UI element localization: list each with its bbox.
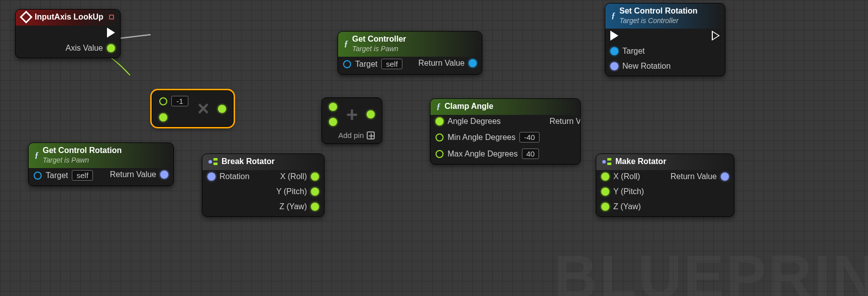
node-header[interactable]: ƒ Get Controller Target is Pawn [338,32,482,57]
function-icon: ƒ [344,39,348,48]
pin-label: Rotation [220,172,250,181]
function-icon: ƒ [611,11,615,20]
multiply-icon: × [197,97,209,120]
blueprint-watermark: BLUEPRIN [554,242,868,296]
pin-label: Target [622,47,644,56]
pin-x-roll[interactable]: X (Roll) [601,172,644,181]
node-get-control-rotation[interactable]: ƒ Get Control Rotation Target is Pawn Ta… [28,142,174,186]
node-title: Make Rotator [615,157,666,166]
pin-angle-degrees[interactable]: Angle Degrees [436,117,539,126]
node-title: Get Controller [352,35,406,43]
pin-label: Angle Degrees [448,117,501,126]
pin-axis-value[interactable]: Axis Value [66,44,115,53]
exec-out-pin[interactable] [107,28,115,38]
node-header[interactable]: ƒ Clamp Angle [430,99,580,115]
node-make-rotator[interactable]: Make Rotator X (Roll) Y (Pitch) Z (Yaw) … [596,154,734,217]
min-angle-input[interactable]: -40 [519,132,539,142]
add-pin-button[interactable]: Add pin [338,131,375,139]
plus-icon [367,131,375,139]
node-subtitle: Target is Pawn [352,45,406,53]
pin-target[interactable]: Target [610,47,671,56]
pin-multiply-out[interactable] [218,105,226,113]
target-self-input[interactable]: self [72,170,92,181]
pin-label: Return Value [671,172,717,181]
max-angle-input[interactable]: 40 [522,149,539,159]
exec-out-pin[interactable] [712,31,720,41]
pin-new-rotation[interactable]: New Rotation [610,62,671,71]
pin-label: Z (Yaw) [613,202,641,211]
pin-label: Max Angle Degrees [448,150,518,159]
pin-z-yaw[interactable]: Z (Yaw) [601,202,644,211]
event-icon [20,11,32,23]
pin-rotation[interactable]: Rotation [207,172,250,181]
pin-label: New Rotation [622,62,671,71]
pin-label: Return Value [418,59,465,68]
node-subtitle: Target is Controller [619,17,698,25]
node-header[interactable]: ƒ Set Control Rotation Target is Control… [605,4,725,29]
node-title: Get Control Rotation [43,146,122,155]
node-title: InputAxis LookUp [35,13,103,22]
node-inputaxis-lookup[interactable]: InputAxis LookUp Axis Value [15,9,121,58]
pin-z-yaw[interactable]: Z (Yaw) [279,202,319,211]
pin-label: Min Angle Degrees [448,133,515,142]
pin-label: Z (Yaw) [279,202,307,211]
pin-label: Return Value [550,117,581,126]
node-add[interactable]: + Add pin [321,97,382,144]
pin-label: Y (Pitch) [276,187,307,196]
add-pin-label: Add pin [338,131,364,139]
pin-target[interactable]: Targetself [34,170,93,181]
exec-in-pin[interactable] [610,31,671,41]
node-header[interactable]: Make Rotator [596,154,734,170]
multiply-value-input[interactable]: -1 [171,96,188,106]
node-get-controller[interactable]: ƒ Get Controller Target is Pawn Targetse… [338,31,482,75]
pin-x-roll[interactable]: X (Roll) [280,172,319,181]
target-self-input[interactable]: self [381,59,402,69]
pin-y-pitch[interactable]: Y (Pitch) [601,187,644,196]
pin-return-value[interactable]: Return Value [110,170,168,179]
pin-label: X (Roll) [613,172,640,181]
pin-label: X (Roll) [280,172,307,181]
pin-y-pitch[interactable]: Y (Pitch) [276,187,319,196]
pin-label: Return Value [110,170,156,179]
pin-target[interactable]: Targetself [343,59,402,69]
make-struct-icon [602,158,611,165]
add-icon: + [346,103,358,126]
node-break-rotator[interactable]: Break Rotator Rotation X (Roll) Y (Pitch… [202,154,324,217]
function-icon: ƒ [35,151,39,160]
node-title: Set Control Rotation [619,7,698,15]
node-clamp-angle[interactable]: ƒ Clamp Angle Angle Degrees Min Angle De… [430,98,581,165]
node-title: Clamp Angle [445,102,493,111]
function-icon: ƒ [437,102,441,111]
pin-multiply-a[interactable]: -1 [159,96,188,106]
node-header[interactable]: ƒ Get Control Rotation Target is Pawn [29,143,173,168]
pin-max-angle[interactable]: Max Angle Degrees40 [436,149,539,159]
pin-add-a[interactable] [329,103,337,111]
node-title: Break Rotator [222,157,275,166]
pin-add-out[interactable] [367,110,375,118]
pin-add-b[interactable] [329,118,337,126]
pin-return-value[interactable]: Return Value [418,59,477,68]
pin-min-angle[interactable]: Min Angle Degrees-40 [436,132,539,142]
node-header[interactable]: Break Rotator [202,154,324,170]
break-struct-icon [208,158,218,165]
node-multiply[interactable]: -1 × [152,90,234,127]
pin-multiply-b[interactable] [159,113,188,121]
node-header[interactable]: InputAxis LookUp [16,10,120,26]
pin-return-value[interactable]: Return Value [671,172,729,181]
pin-return-value[interactable]: Return Value [550,117,581,126]
event-indicator-icon [109,15,114,20]
node-set-control-rotation[interactable]: ƒ Set Control Rotation Target is Control… [605,3,725,76]
pin-label: Y (Pitch) [613,187,644,196]
pin-label: Axis Value [66,44,103,53]
pin-label: Target [46,171,68,180]
pin-label: Target [355,60,377,69]
node-subtitle: Target is Pawn [43,156,122,164]
